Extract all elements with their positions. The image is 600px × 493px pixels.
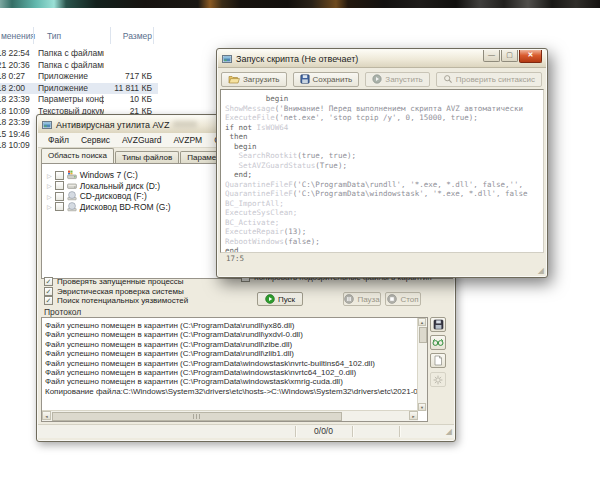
settings-button[interactable] — [430, 372, 446, 387]
protocol-line: Файл успешно помещен в карантин (C:\Prog… — [45, 359, 375, 368]
tree-item-label: Дисковод BD-ROM (G:) — [80, 202, 171, 212]
explorer-row[interactable]: 021 20:36Папка с файлами — [0, 60, 158, 71]
cd-icon — [67, 191, 77, 201]
scroll-down-icon[interactable]: ▼ — [418, 403, 426, 411]
scan-option-checkbox[interactable]: ✓Проверять запущенные процессы — [44, 277, 184, 286]
avz-window-title: Антивирусная утилита AVZ — [56, 120, 169, 130]
play-icon — [372, 74, 382, 84]
script-toolbar: ЗагрузитьСохранитьЗапуститьПроверить син… — [221, 70, 543, 88]
tree-checkbox[interactable] — [55, 192, 64, 201]
protocol-line: Файл успешно помещен в карантин (C:\Prog… — [45, 340, 292, 349]
start-button[interactable]: Пуск — [257, 292, 303, 306]
avz-tab[interactable]: Область поиска — [41, 148, 114, 163]
resize-grip[interactable]: ◢ — [538, 266, 544, 275]
menu-item[interactable]: AVZPM — [168, 135, 209, 145]
menu-item[interactable]: AVZGuard — [116, 135, 168, 145]
column-separator — [33, 27, 34, 44]
column-separator — [110, 27, 111, 44]
protocol-line: Файл успешно помещен в карантин (C:\Prog… — [45, 377, 343, 386]
protocol-line: Файл успешно помещен в карантин (C:\Prog… — [45, 321, 294, 330]
file-modified-date: 021 20:36 — [0, 60, 33, 70]
open-folder-icon — [228, 75, 240, 84]
close-button[interactable]: ✕ — [519, 50, 542, 63]
quarantine-checkbox[interactable]: Копировать подозрительные файлы в карант… — [241, 278, 455, 284]
file-modified-date: 018 10:09 — [0, 140, 33, 150]
scroll-up-icon[interactable]: ▲ — [418, 318, 426, 326]
script-code-editor[interactable]: beginShowMessage('Внимание! Перед выполн… — [220, 89, 544, 253]
view-button[interactable] — [430, 335, 446, 350]
scan-option-checkbox[interactable]: ✓Эвристическая проверка системы — [44, 287, 184, 296]
stop-circle-icon — [387, 294, 397, 304]
protocol-horizontal-scrollbar[interactable]: ◄ ► — [42, 410, 418, 421]
expand-arrow-icon[interactable]: ▷ — [47, 182, 52, 189]
menu-item[interactable]: Файл — [42, 135, 75, 145]
expand-arrow-icon[interactable]: ▷ — [47, 172, 52, 179]
tree-item[interactable]: ▷CD-дисковод (F:) — [47, 191, 147, 201]
tree-item[interactable]: ▷Локальный диск (D:) — [47, 181, 160, 191]
maximize-button[interactable]: ▢ — [501, 50, 518, 62]
protocol-vertical-scrollbar[interactable]: ▲ ▼ — [417, 318, 427, 411]
quarantine-checkbox-box — [241, 278, 250, 282]
clear-protocol-button[interactable] — [430, 353, 446, 368]
explorer-row[interactable]: 018 2:00Приложение11 811 КБ — [0, 83, 158, 94]
file-size: 717 КБ — [100, 71, 152, 81]
scan-option-checkbox[interactable]: ✓Поиск потенциальных уязвимостей — [44, 296, 188, 305]
column-header-size[interactable]: Размер — [100, 31, 152, 41]
tree-checkbox[interactable] — [55, 202, 64, 211]
pause-button[interactable]: Пауза — [343, 292, 381, 306]
protocol-log-list[interactable]: Файл успешно помещен в карантин (C:\Prog… — [41, 317, 428, 422]
tree-item[interactable]: ▷Дисковод BD-ROM (G:) — [47, 202, 171, 212]
tree-checkbox[interactable] — [55, 181, 64, 190]
explorer-row[interactable]: 018 23:39Параметры конф...10 КБ — [0, 94, 158, 105]
protocol-line: Копирование файла:C:\Windows\System32\dr… — [45, 387, 422, 396]
new-doc-icon — [433, 355, 443, 366]
file-type: Приложение — [38, 71, 104, 81]
explorer-row[interactable]: 018 0:27Приложение717 КБ — [0, 71, 158, 82]
statusbar-separator — [399, 426, 400, 437]
tree-item-label: Локальный диск (D:) — [80, 181, 160, 191]
scroll-right-icon[interactable]: ► — [409, 411, 418, 420]
code-line: if not IsWOW64 — [225, 123, 288, 133]
check-syntax-icon — [443, 74, 453, 84]
avz-app-icon — [42, 120, 52, 130]
load-script-button[interactable]: Загрузить — [221, 72, 287, 87]
explorer-row[interactable]: 018 22:54Папка с файлами — [0, 48, 158, 59]
drive-icon — [67, 181, 77, 191]
column-header-type[interactable]: Тип — [47, 31, 61, 41]
stop-button[interactable]: Стоп — [385, 292, 421, 306]
code-line: ExecuteFile('net.exe', 'stop tcpip /y', … — [225, 113, 478, 123]
save-script-button[interactable]: Сохранить — [293, 72, 360, 87]
expand-arrow-icon[interactable]: ▷ — [47, 193, 52, 200]
file-modified-date: 015 19:46 — [0, 129, 33, 139]
expand-arrow-icon[interactable]: ▷ — [47, 203, 52, 210]
save-protocol-button[interactable] — [430, 317, 446, 332]
avz-tab[interactable]: Типы файлов — [115, 151, 179, 163]
protocol-section-label: Протокол — [44, 307, 81, 317]
tree-checkbox[interactable] — [55, 171, 64, 180]
checkbox-checked: ✓ — [44, 287, 53, 296]
file-size: 10 КБ — [100, 94, 152, 104]
pause-circle-icon — [344, 294, 354, 304]
column-header-modified[interactable]: менения — [1, 31, 35, 41]
avz-run-controls: ПускПаузаСтоп — [257, 292, 451, 306]
scrollbar-thumb[interactable] — [419, 327, 427, 343]
button-label: Загрузить — [243, 75, 280, 84]
script-run-window: Запуск скрипта (Не отвечает) — ▢ ✕ Загру… — [216, 48, 548, 278]
script-window-title: Запуск скрипта (Не отвечает) — [236, 54, 358, 64]
file-type: Папка с файлами — [38, 48, 104, 58]
scroll-left-icon[interactable]: ◄ — [42, 411, 51, 420]
run-script-button[interactable]: Запустить — [365, 72, 430, 87]
menu-item[interactable]: Сервис — [75, 135, 116, 145]
code-line: QuarantineFileF('C:\ProgramData\rundll',… — [225, 180, 523, 190]
resize-grip[interactable]: ◢ — [446, 427, 452, 436]
file-modified-date: 018 23:39 — [0, 117, 33, 127]
quarantine-checkbox-label: Копировать подозрительные файлы в карант… — [254, 278, 432, 282]
protocol-line: Файл успешно помещен в карантин (C:\Prog… — [45, 330, 303, 339]
view-glasses-icon — [432, 338, 444, 347]
tree-item[interactable]: ▷Windows 7 (C:) — [47, 170, 138, 180]
checkbox-label: Эвристическая проверка системы — [57, 287, 184, 296]
minimize-button[interactable]: — — [483, 50, 500, 62]
scrollbar-thumb[interactable] — [52, 412, 342, 421]
check-syntax-button[interactable]: Проверить синтаксис — [436, 72, 542, 87]
code-line: then — [225, 132, 248, 142]
